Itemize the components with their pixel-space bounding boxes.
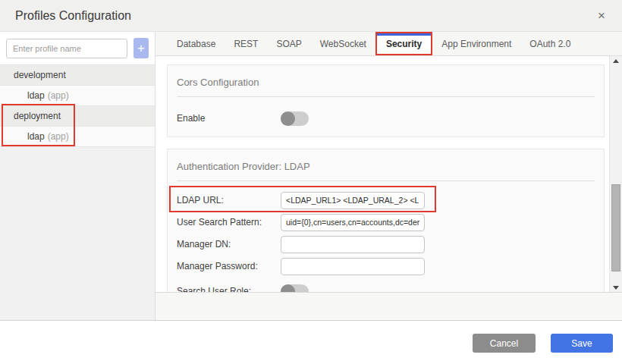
search-user-role-label: Search User Role:: [177, 286, 281, 292]
scroll-down-button[interactable]: [610, 283, 622, 292]
manager-dn-label: Manager DN:: [177, 239, 281, 249]
ldap-url-input[interactable]: [281, 192, 425, 209]
profile-item-label: deployment: [14, 111, 61, 121]
tab-app-environment[interactable]: App Environment: [432, 32, 520, 55]
profile-item-label: ldap: [27, 131, 45, 142]
plus-icon: +: [137, 41, 145, 55]
manager-password-label: Manager Password:: [177, 261, 281, 271]
profile-item-suffix: (app): [48, 90, 69, 101]
tab-soap[interactable]: SOAP: [267, 32, 310, 55]
tab-active-indicator: [377, 33, 431, 36]
security-settings-content: Cors Configuration Enable Authentication…: [156, 56, 609, 292]
enable-label: Enable: [177, 113, 281, 124]
search-user-role-toggle[interactable]: [281, 284, 309, 293]
content-bottom-strip: [156, 292, 622, 320]
main-panel: Database REST SOAP WebSocket Security Ap…: [156, 32, 622, 320]
profile-create-bar: +: [0, 32, 155, 64]
cors-enable-row: Enable: [177, 109, 595, 127]
cors-configuration-section: Cors Configuration Enable: [167, 64, 605, 137]
dialog-title: Profiles Configuration: [15, 9, 131, 23]
add-profile-button[interactable]: +: [134, 38, 149, 58]
profile-item-development[interactable]: development: [0, 65, 155, 86]
manager-password-row: Manager Password:: [177, 256, 595, 276]
manager-password-input[interactable]: [281, 258, 425, 275]
profile-item-label: development: [14, 70, 66, 80]
scroll-up-icon: [613, 59, 619, 63]
toggle-knob-icon: [281, 111, 295, 126]
tab-websocket[interactable]: WebSocket: [311, 32, 375, 55]
cancel-button[interactable]: Cancel: [473, 334, 536, 353]
search-user-role-row: Search User Role:: [177, 282, 595, 292]
dialog-body: + development ldap (app) deployment ldap…: [0, 32, 622, 320]
tab-database[interactable]: Database: [168, 32, 225, 55]
dialog-footer: Cancel Save: [0, 320, 622, 364]
profile-item-label: ldap: [27, 90, 45, 101]
profile-item-deployment-ldap[interactable]: ldap (app): [0, 127, 155, 147]
tab-content: Cors Configuration Enable Authentication…: [156, 56, 622, 292]
section-title-ldap: Authentication Provider: LDAP: [177, 158, 595, 172]
ldap-url-label: LDAP URL:: [177, 195, 281, 206]
tab-oauth[interactable]: OAuth 2.0: [520, 32, 580, 55]
section-title-cors: Cors Configuration: [177, 74, 595, 88]
close-icon[interactable]: ×: [598, 9, 605, 22]
profile-item-deployment[interactable]: deployment: [0, 106, 155, 127]
manager-dn-input[interactable]: [281, 236, 425, 253]
section-divider: [177, 180, 595, 181]
profiles-configuration-dialog: Profiles Configuration × + development l…: [0, 0, 622, 364]
scroll-down-icon: [613, 286, 619, 290]
toggle-knob-icon: [281, 284, 295, 293]
dialog-titlebar: Profiles Configuration ×: [0, 0, 622, 32]
cors-enable-toggle[interactable]: [281, 111, 309, 126]
scroll-up-button[interactable]: [610, 56, 622, 65]
user-search-pattern-input[interactable]: [281, 214, 425, 231]
section-divider: [177, 96, 595, 97]
manager-dn-row: Manager DN:: [177, 234, 595, 254]
user-search-pattern-row: User Search Pattern:: [177, 212, 595, 232]
ldap-provider-section: Authentication Provider: LDAP LDAP URL: …: [167, 149, 605, 292]
profile-name-input[interactable]: [6, 39, 127, 58]
tab-bar: Database REST SOAP WebSocket Security Ap…: [156, 32, 622, 56]
scrollbar-thumb[interactable]: [611, 184, 620, 271]
profile-item-development-ldap[interactable]: ldap (app): [0, 86, 155, 106]
tab-rest[interactable]: REST: [225, 32, 267, 55]
tab-security[interactable]: Security: [375, 32, 432, 55]
profile-item-suffix: (app): [48, 131, 69, 142]
profiles-sidebar: + development ldap (app) deployment ldap…: [0, 32, 156, 320]
ldap-url-row: LDAP URL:: [177, 190, 595, 210]
save-button[interactable]: Save: [551, 334, 613, 353]
user-search-pattern-label: User Search Pattern:: [177, 217, 281, 228]
profile-list: development ldap (app) deployment ldap (…: [0, 64, 155, 147]
vertical-scrollbar[interactable]: [609, 56, 622, 292]
